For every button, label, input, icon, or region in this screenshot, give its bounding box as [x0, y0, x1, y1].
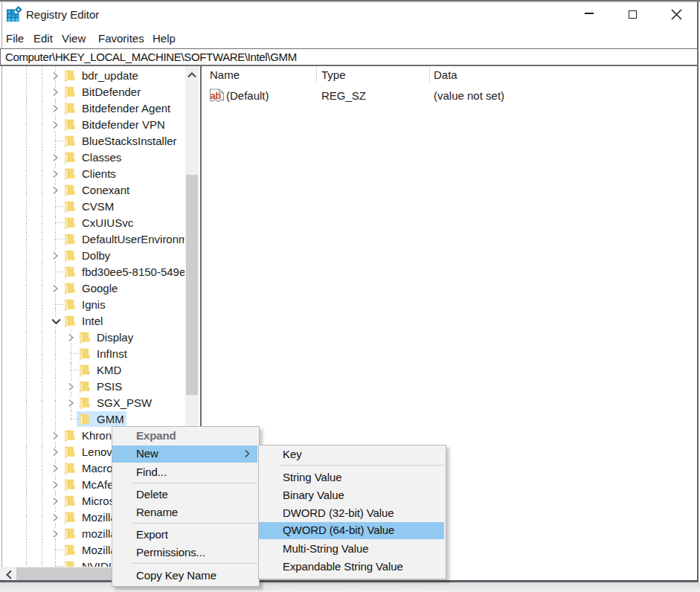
svg-text:ab: ab: [211, 91, 222, 101]
